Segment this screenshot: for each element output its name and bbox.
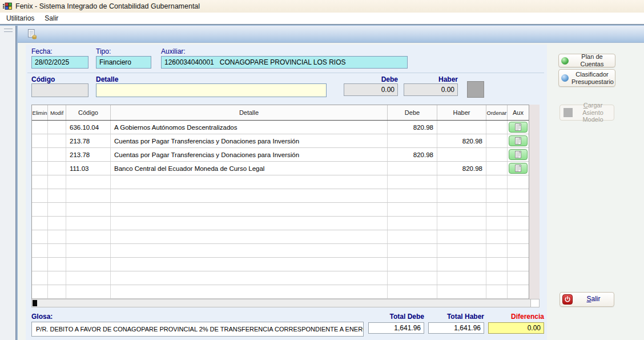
codigo-input[interactable] [31, 83, 88, 97]
blue-sphere-icon [561, 74, 569, 82]
window-title: Fenix - Sistema Integrado de Contabilida… [15, 2, 200, 10]
auxiliar-field[interactable]: 1260034040001 CONAGOPARE PROVINCIAL LOS … [161, 56, 408, 69]
scrollbar-end-box[interactable] [530, 299, 539, 307]
auxiliar-label: Auxiliar: [161, 47, 186, 55]
tipo-field[interactable]: Financiero [96, 56, 151, 69]
cell-debe: 820.98 [388, 121, 437, 134]
cell-debe [388, 230, 437, 243]
total-debe-field: 1,641.96 [368, 322, 424, 334]
menu-item-utilitarios[interactable]: Utilitarios [1, 13, 39, 23]
cell-modif [48, 189, 66, 202]
grid-row[interactable]: 213.78 Cuentas por Pagar Transferencias … [32, 148, 529, 162]
cell-elimin [32, 230, 48, 243]
entry-action-button[interactable] [467, 81, 484, 98]
aux-button[interactable] [509, 149, 528, 160]
grid-row-empty[interactable] [32, 203, 529, 217]
cell-aux [508, 285, 529, 298]
cell-codigo [66, 271, 111, 285]
cell-detalle [111, 244, 388, 257]
grid-row-empty[interactable] [32, 189, 529, 203]
cell-detalle [111, 271, 388, 285]
cell-codigo: 636.10.04 [66, 121, 111, 134]
tipo-label: Tipo: [96, 47, 111, 55]
diferencia-label: Diferencia [488, 313, 544, 321]
grid-row-empty[interactable] [32, 285, 529, 299]
cell-haber [437, 258, 486, 271]
cell-aux [508, 162, 529, 175]
cell-modif [48, 203, 66, 216]
cell-elimin [32, 217, 48, 230]
cell-debe [388, 175, 437, 189]
cell-ordenar [486, 203, 508, 216]
windows-logo-icon [3, 2, 12, 11]
cell-codigo: 111.03 [66, 162, 111, 175]
menu-item-salir[interactable]: Salir [39, 13, 63, 23]
cell-ordenar [486, 162, 508, 175]
grid-row-empty[interactable] [32, 258, 529, 271]
cell-aux [508, 271, 529, 285]
fecha-field[interactable]: 28/02/2025 [31, 56, 88, 69]
vertical-scrollbar-area[interactable] [529, 105, 540, 299]
grid-row[interactable]: 213.78 Cuentas por Pagar Transferencias … [32, 134, 529, 148]
salir-label: Salir [575, 295, 611, 303]
debe-input[interactable]: 0.00 [344, 83, 398, 96]
aux-button[interactable] [509, 163, 528, 174]
cell-elimin [32, 258, 48, 271]
cell-elimin [32, 244, 48, 257]
grid-row-empty[interactable] [32, 217, 529, 230]
cell-detalle [111, 189, 388, 202]
glosa-input[interactable]: P/R. DEBITO A FAVOR DE CONAGOPARE PROVIN… [31, 322, 364, 337]
cell-debe [388, 134, 437, 147]
cell-detalle [111, 285, 388, 298]
cell-haber [437, 285, 486, 298]
scrollbar-thumb[interactable] [33, 300, 37, 306]
aux-button[interactable] [509, 122, 528, 133]
clasificador-presupuestario-button[interactable]: Clasificador Presupuestario [558, 69, 615, 87]
cell-debe [388, 189, 437, 202]
cell-haber: 820.98 [437, 134, 486, 147]
col-header-debe: Debe [388, 105, 437, 120]
notepad-icon [515, 165, 521, 172]
grid-header-row: Elimin Modif Código Detalle Debe Haber O… [32, 105, 529, 121]
grid-row-empty[interactable] [32, 175, 529, 189]
haber-input[interactable]: 0.00 [404, 83, 458, 96]
cell-detalle: A Gobiernos Autónomos Descentralizados [111, 121, 388, 134]
cell-codigo [66, 285, 111, 298]
cell-elimin [32, 121, 48, 134]
horizontal-scrollbar[interactable] [31, 299, 540, 307]
cell-modif [48, 175, 66, 189]
cell-modif [48, 134, 66, 147]
cell-haber [437, 217, 486, 230]
cell-aux [508, 148, 529, 161]
cell-aux [508, 189, 529, 202]
cell-ordenar [486, 271, 508, 285]
cell-detalle [111, 217, 388, 230]
cell-haber [437, 244, 486, 257]
cell-haber [437, 148, 486, 161]
grid-row-empty[interactable] [32, 230, 529, 244]
cell-elimin [32, 189, 48, 202]
codigo-label: Código [31, 75, 55, 83]
cell-aux [508, 203, 529, 216]
cell-elimin [32, 285, 48, 298]
detalle-input[interactable] [96, 83, 327, 97]
cell-detalle: Cuentas por Pagar Transferencias y Donac… [111, 134, 388, 147]
cell-aux [508, 258, 529, 271]
notepad-icon [515, 137, 521, 145]
grid-row-empty[interactable] [32, 244, 529, 258]
salir-button[interactable]: Salir [560, 292, 614, 307]
splitter-grip[interactable] [4, 29, 13, 32]
grid-row-empty[interactable] [32, 271, 529, 285]
cell-aux [508, 134, 529, 147]
cell-aux [508, 244, 529, 257]
grid-row[interactable]: 111.03 Banco Central del Ecuador Moneda … [32, 162, 529, 175]
cell-debe [388, 217, 437, 230]
new-entry-button[interactable] [25, 27, 39, 41]
cell-debe [388, 162, 437, 175]
cell-modif [48, 285, 66, 298]
grid-row[interactable]: 636.10.04 A Gobiernos Autónomos Descentr… [32, 121, 529, 134]
aux-button[interactable] [509, 135, 528, 146]
cell-debe [388, 258, 437, 271]
haber-label: Haber [418, 75, 458, 83]
plan-de-cuentas-button[interactable]: Plan de Cuentas [558, 54, 615, 67]
